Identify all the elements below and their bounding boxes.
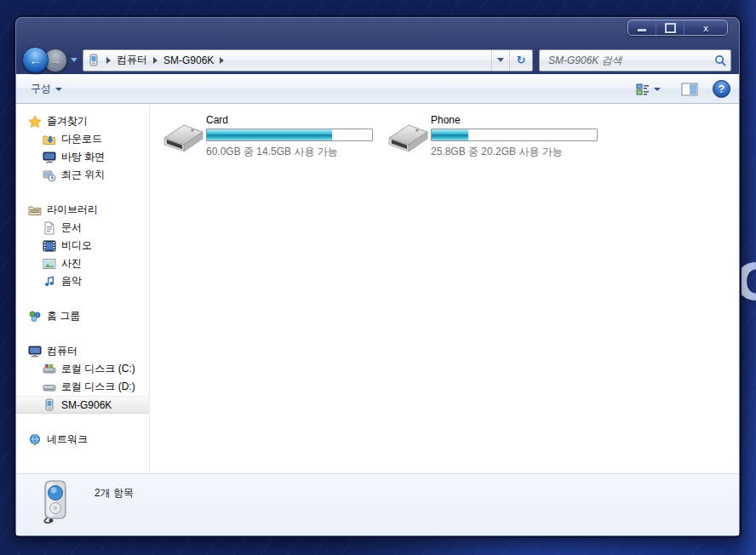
toolbar-right-group: ?	[630, 80, 730, 99]
device-icon	[87, 54, 100, 67]
phone-icon	[43, 398, 56, 412]
homegroup-icon	[28, 310, 42, 323]
tile-details: Phone 25.8GB 중 20.2GB 사용 가능	[431, 112, 598, 159]
sidebar-item-videos[interactable]: 비디오	[16, 237, 149, 255]
breadcrumb-separator	[153, 57, 158, 64]
maximize-icon	[665, 23, 676, 33]
documents-icon	[43, 221, 56, 235]
help-button[interactable]: ?	[713, 80, 730, 98]
capacity-bar-fill	[207, 129, 332, 140]
sidebar-item-desktop[interactable]: 바탕 화면	[16, 148, 149, 166]
capacity-bar-fill	[432, 129, 468, 140]
pictures-icon	[43, 257, 56, 271]
maximize-button[interactable]	[656, 20, 684, 35]
minimize-button[interactable]	[628, 20, 656, 35]
title-bar: x	[15, 17, 740, 46]
minimize-icon	[638, 29, 646, 31]
navigation-bar: ← → 컴퓨터 SM-G906K ↻	[15, 46, 740, 74]
command-bar: 구성 ?	[16, 74, 739, 104]
refresh-icon: ↻	[517, 54, 526, 66]
sidebar-item-label: 홈 그룹	[47, 309, 80, 323]
storage-tiles: Card 60.0GB 중 14.5GB 사용 가능	[160, 112, 739, 160]
back-arrow-icon: ←	[30, 54, 42, 66]
sidebar-gap	[16, 414, 149, 431]
search-box	[539, 49, 731, 72]
status-bar: 2개 항목	[16, 473, 739, 535]
organize-button[interactable]: 구성	[25, 79, 68, 99]
recent-places-icon	[43, 169, 56, 182]
storage-name: Phone	[431, 114, 598, 126]
downloads-folder-icon	[43, 133, 56, 146]
computer-icon	[28, 345, 42, 358]
sidebar-gap	[16, 184, 149, 201]
music-icon	[43, 275, 56, 289]
sidebar-item-libraries[interactable]: 라이브러리	[16, 201, 149, 219]
capacity-text: 25.8GB 중 20.2GB 사용 가능	[431, 145, 598, 159]
desktop-icon	[43, 151, 56, 164]
sidebar-item-label: 최근 위치	[61, 168, 105, 182]
sidebar-item-downloads[interactable]: 다운로드	[16, 130, 149, 148]
drive-icon	[43, 380, 56, 394]
storage-name: Card	[206, 114, 373, 126]
preview-pane-button[interactable]	[675, 80, 704, 99]
breadcrumb-separator	[106, 57, 111, 64]
sidebar-item-label: 즐겨찾기	[47, 114, 88, 129]
items-count: 2개 항목	[94, 481, 134, 501]
storage-tile-phone[interactable]: Phone 25.8GB 중 20.2GB 사용 가능	[385, 112, 598, 160]
window-controls: x	[627, 20, 728, 36]
navigation-pane: 즐겨찾기 다운로드 바탕 화면	[16, 104, 150, 473]
sidebar-item-label: 로컬 디스크 (C:)	[61, 362, 135, 376]
views-icon	[636, 83, 650, 96]
sidebar-item-pictures[interactable]: 사진	[16, 255, 149, 272]
sidebar-item-favorites[interactable]: 즐겨찾기	[16, 112, 149, 130]
file-list-pane[interactable]: Card 60.0GB 중 14.5GB 사용 가능	[150, 104, 739, 473]
refresh-button[interactable]: ↻	[509, 50, 532, 71]
sidebar-gap	[16, 290, 149, 307]
tile-details: Card 60.0GB 중 14.5GB 사용 가능	[206, 112, 373, 159]
sidebar-item-local-disk-d[interactable]: 로컬 디스크 (D:)	[16, 378, 149, 396]
sidebar-item-documents[interactable]: 문서	[16, 219, 149, 237]
chevron-down-icon	[55, 88, 62, 91]
sidebar-gap	[16, 325, 149, 342]
capacity-text: 60.0GB 중 14.5GB 사용 가능	[206, 145, 373, 159]
sidebar-item-local-disk-c[interactable]: 로컬 디스크 (C:)	[16, 360, 149, 378]
sidebar-item-label: SM-G906K	[61, 399, 112, 411]
breadcrumb-device[interactable]: SM-G906K	[163, 54, 214, 66]
sidebar-item-sm-g906k[interactable]: SM-G906K	[16, 396, 149, 414]
preview-pane-icon	[681, 83, 698, 96]
sidebar-item-music[interactable]: 음악	[16, 272, 149, 290]
sidebar-item-label: 음악	[61, 274, 82, 289]
sidebar-item-homegroup[interactable]: 홈 그룹	[16, 307, 149, 325]
star-icon	[28, 115, 42, 129]
breadcrumb-computer[interactable]: 컴퓨터	[117, 53, 147, 67]
breadcrumb-separator	[220, 57, 224, 64]
views-button[interactable]	[630, 80, 667, 99]
phone-storage-icon	[385, 117, 431, 160]
address-bar[interactable]: 컴퓨터 SM-G906K ↻	[83, 49, 533, 72]
system-drive-icon	[43, 363, 56, 376]
sidebar-item-label: 다운로드	[61, 132, 102, 146]
sidebar-item-recent-places[interactable]: 최근 위치	[16, 166, 149, 184]
sidebar-item-label: 로컬 디스크 (D:)	[61, 380, 135, 394]
organize-label: 구성	[31, 82, 51, 96]
sidebar-item-label: 문서	[61, 220, 82, 235]
storage-tile-card[interactable]: Card 60.0GB 중 14.5GB 사용 가능	[160, 112, 373, 160]
close-button[interactable]: x	[684, 20, 727, 35]
sidebar-item-computer[interactable]: 컴퓨터	[16, 342, 149, 360]
address-history-dropdown[interactable]	[491, 50, 509, 71]
sidebar-item-label: 네트워크	[47, 432, 88, 447]
card-storage-icon	[160, 117, 206, 160]
search-input[interactable]	[547, 54, 713, 67]
sidebar-item-network[interactable]: 네트워크	[16, 431, 149, 449]
videos-icon	[43, 239, 56, 253]
chevron-down-icon	[654, 88, 661, 91]
capacity-bar	[431, 129, 598, 141]
sidebar-item-label: 비디오	[61, 238, 92, 253]
sidebar-item-label: 라이브러리	[47, 203, 98, 217]
client-area: 즐겨찾기 다운로드 바탕 화면	[16, 104, 739, 473]
back-button[interactable]: ←	[22, 47, 49, 73]
device-status-icon	[37, 479, 76, 524]
recent-pages-dropdown[interactable]	[71, 58, 77, 62]
sidebar-item-label: 컴퓨터	[47, 344, 77, 358]
search-icon[interactable]	[713, 54, 727, 67]
